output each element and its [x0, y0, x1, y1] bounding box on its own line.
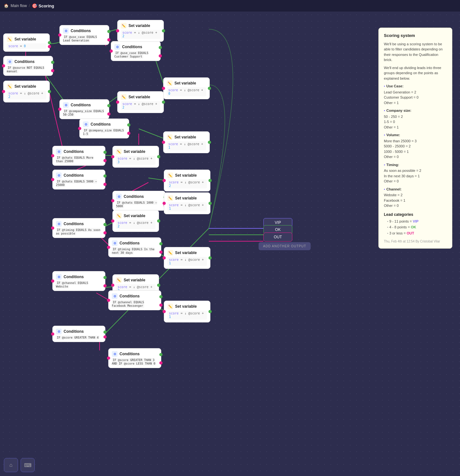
node-sv-timing-asap[interactable]: ✏️ Set variable score = ↓ @score + 2	[112, 210, 159, 232]
input-dot[interactable]	[107, 299, 110, 302]
conditions-rule: IF @timing EQUALS In the next 30 days	[112, 247, 158, 254]
node-conditions-chats-25k[interactable]: ⚙ Conditions IF @chats EQUALS More than …	[52, 146, 105, 166]
keyboard-toolbar-button[interactable]: ⌨	[21, 458, 35, 472]
output-dot-green[interactable]	[103, 223, 107, 226]
node-conditions-timing-30[interactable]: ⚙ Conditions IF @timing EQUALS In the ne…	[108, 237, 161, 257]
output-dot-green[interactable]	[208, 202, 212, 205]
node-conditions-score-3[interactable]: ⚙ Conditions IF @score GREATER THAN 3 AN…	[108, 348, 161, 368]
output-dot-pink[interactable]	[103, 231, 107, 234]
node-conditions-use-case[interactable]: ⚙ Conditions IF @use_case EQUALS Lead Ge…	[59, 25, 109, 45]
node-sv-chats-25k[interactable]: ✏️ Set variable score = ↓ @score + 3	[112, 146, 159, 168]
input-dot[interactable]	[110, 49, 113, 53]
node-conditions-customer-support[interactable]: ⚙ Conditions IF @use_case EQUALS Custome…	[111, 41, 161, 61]
input-dot[interactable]	[162, 141, 165, 144]
node-conditions-company-50[interactable]: ⚙ Conditions IF @company_size EQUALS 50-…	[59, 99, 109, 119]
node-conditions-channel-fb[interactable]: ⚙ Conditions IF @channel EQUALS Facebook…	[108, 290, 161, 310]
node-sv-lead-gen[interactable]: ✏️ Set variable score = ↓ @score + 2	[117, 20, 164, 42]
conditions-label: Conditions	[119, 241, 140, 245]
output-out[interactable]: OUT	[263, 233, 292, 242]
input-dot[interactable]	[51, 154, 54, 157]
output-dot-pink[interactable]	[127, 132, 130, 135]
output-dot-green[interactable]	[48, 90, 51, 93]
output-dot-green[interactable]	[208, 87, 211, 90]
node-set-variable-init[interactable]: ✏️ Set variable score = 0	[3, 33, 50, 52]
output-dot-green[interactable]	[159, 46, 162, 49]
input-dot[interactable]	[51, 332, 54, 336]
output-dot-green[interactable]	[159, 295, 163, 298]
input-dot[interactable]	[51, 279, 54, 283]
output-dot-pink[interactable]	[103, 335, 107, 339]
canvas[interactable]: ✏️ Set variable score = 0 ⚙ Conditions I…	[0, 12, 460, 476]
output-dot-green[interactable]	[162, 101, 165, 104]
input-dot[interactable]	[163, 310, 166, 313]
input-dot[interactable]	[111, 219, 114, 223]
input-dot[interactable]	[163, 179, 166, 182]
output-dot-green[interactable]	[157, 284, 160, 287]
output-dot-green[interactable]	[107, 30, 111, 33]
node-sv-company-other[interactable]: ✏️ Set variable score = ↓ @score + 1	[163, 131, 210, 153]
node-conditions-timing-asap[interactable]: ⚙ Conditions IF @timing EQUALS As soon a…	[52, 218, 105, 238]
output-dot-green[interactable]	[208, 141, 211, 144]
output-dot-pink[interactable]	[159, 251, 163, 254]
output-dot-green[interactable]	[103, 174, 107, 178]
output-dot-green[interactable]	[157, 155, 160, 158]
input-dot[interactable]	[107, 246, 110, 249]
output-dot-pink[interactable]	[51, 69, 54, 72]
node-conditions-chats-1k[interactable]: ⚙ Conditions IF @chats EQUALS 1000 – 500…	[112, 191, 165, 211]
output-dot-pink[interactable]	[103, 284, 107, 287]
input-dot[interactable]	[2, 90, 5, 93]
output-dot-green[interactable]	[48, 41, 51, 44]
node-sv-company-50[interactable]: ✏️ Set variable score = ↓ @score + 2	[117, 91, 164, 113]
output-dot-green[interactable]	[51, 61, 54, 64]
output-dot-green[interactable]	[103, 151, 107, 154]
node-sv-chats-1k[interactable]: ✏️ Set variable score = ↓ @score + 1	[164, 192, 210, 214]
node-conditions-source[interactable]: ⚙ Conditions IF @source NOT EQUALS manua…	[3, 56, 53, 76]
output-dot-pink[interactable]	[159, 304, 163, 307]
output-dot-green[interactable]	[208, 310, 212, 313]
node-sv-chats-5k[interactable]: ✏️ Set variable score = ↓ @score + 2	[164, 170, 210, 191]
node-conditions-score-4[interactable]: ⚙ Conditions IF @score GREATER THAN 4	[52, 326, 105, 342]
input-dot[interactable]	[58, 33, 61, 37]
output-dot-green[interactable]	[103, 331, 107, 334]
input-dot[interactable]	[2, 64, 5, 67]
output-dot-green[interactable]	[159, 353, 163, 356]
input-dot[interactable]	[116, 29, 119, 32]
output-dot-green[interactable]	[208, 179, 212, 182]
home-toolbar-button[interactable]: ⌂	[4, 458, 18, 472]
node-sv-channel-fb[interactable]: ✏️ Set variable score = ↓ @score + 1	[164, 301, 210, 322]
add-output-button[interactable]: ADD ANOTHER OUTPUT	[259, 242, 311, 250]
output-dot-green[interactable]	[208, 256, 212, 260]
output-dot-green[interactable]	[107, 104, 111, 107]
output-dot-pink[interactable]	[107, 112, 111, 116]
input-dot[interactable]	[78, 127, 81, 130]
node-conditions-company-1[interactable]: ⚙ Conditions IF @company_size EQUALS 1-5	[79, 119, 129, 138]
input-dot[interactable]	[107, 357, 110, 360]
output-dot-green[interactable]	[127, 123, 130, 127]
output-dot-green[interactable]	[162, 29, 165, 32]
node-conditions-channel-web[interactable]: ⚙ Conditions IF @channel EQUALS Website	[52, 271, 105, 291]
output-dot-pink[interactable]	[103, 159, 107, 162]
output-dot-pink[interactable]	[107, 38, 111, 41]
output-dot-pink[interactable]	[103, 183, 107, 186]
input-dot[interactable]	[163, 256, 166, 260]
node-sv-source[interactable]: ✏️ Set variable score = ↓ @score + 2	[3, 81, 50, 102]
input-dot[interactable]	[162, 87, 165, 90]
output-dot-pink[interactable]	[48, 45, 51, 48]
breadcrumb-main[interactable]: Main flow	[11, 4, 27, 8]
node-sv-customer-support[interactable]: ✏️ Set variable score = ↓ @score + 0	[163, 77, 210, 99]
output-dot-pink[interactable]	[159, 54, 162, 57]
input-dot[interactable]	[51, 178, 54, 181]
output-dot-green[interactable]	[103, 276, 107, 279]
node-sv-timing-30[interactable]: ✏️ Set variable score = ↓ @score + 1	[164, 247, 210, 269]
input-dot[interactable]	[51, 226, 54, 230]
input-dot[interactable]	[111, 155, 114, 158]
output-dot-green[interactable]	[159, 242, 163, 245]
input-dot[interactable]	[111, 284, 114, 287]
output-dot-green[interactable]	[157, 219, 160, 223]
input-dot[interactable]	[111, 199, 114, 202]
input-dot[interactable]	[58, 108, 61, 111]
output-dot-pink[interactable]	[159, 361, 163, 365]
input-dot[interactable]	[163, 202, 166, 205]
input-dot[interactable]	[116, 101, 119, 104]
node-conditions-chats-5k[interactable]: ⚙ Conditions IF @chats EQUALS 5000 – 250…	[52, 170, 105, 190]
